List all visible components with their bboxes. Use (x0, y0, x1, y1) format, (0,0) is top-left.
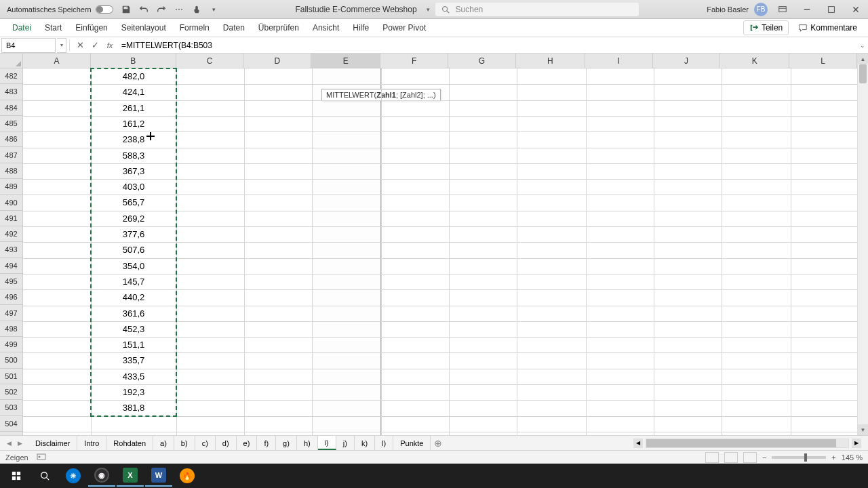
sheet-tab[interactable]: a) (153, 436, 174, 450)
expand-formula-bar-icon[interactable]: ⌄ (857, 38, 868, 53)
col-header-H[interactable]: H (516, 54, 585, 68)
start-button[interactable] (3, 465, 30, 487)
row-header[interactable]: 498 (0, 321, 22, 337)
sheet-tab[interactable]: e) (237, 436, 258, 450)
spreadsheet-grid[interactable]: ABCDEFGHIJKL 482483484485486487488489490… (0, 54, 868, 435)
tab-datei[interactable]: Datei (5, 20, 38, 36)
taskbar-word-icon[interactable]: W (145, 465, 172, 487)
share-button[interactable]: Teilen (743, 20, 789, 35)
row-header[interactable]: 495 (0, 274, 22, 289)
search-box[interactable]: Suchen (435, 3, 639, 16)
row-header[interactable]: 482 (0, 68, 22, 84)
sheet-tab[interactable]: Disclaimer (28, 436, 77, 450)
sheet-tab[interactable]: b) (174, 436, 195, 450)
hscroll-right-icon[interactable]: ▶ (852, 439, 861, 448)
view-pagebreak-icon[interactable] (743, 452, 757, 463)
cells-area[interactable]: MITTELWERT(Zahl1; [Zahl2]; ...) 482,0424… (23, 68, 857, 435)
tab-formeln[interactable]: Formeln (173, 20, 216, 36)
sheet-tab[interactable]: j) (336, 436, 355, 450)
add-sheet-button[interactable]: ⊕ (431, 438, 446, 449)
row-header[interactable]: 489 (0, 179, 22, 195)
maximize-icon[interactable] (822, 3, 841, 16)
tab-powerpivot[interactable]: Power Pivot (376, 20, 433, 36)
zoom-in-icon[interactable]: + (831, 453, 835, 462)
taskbar-weather-icon[interactable]: ☀ (60, 465, 87, 487)
row-header[interactable]: 485 (0, 116, 22, 131)
username[interactable]: Fabio Basler (707, 5, 749, 14)
tab-daten[interactable]: Daten (216, 20, 252, 36)
row-header[interactable]: 502 (0, 384, 22, 400)
col-header-I[interactable]: I (585, 54, 653, 68)
toggle-switch[interactable] (96, 5, 113, 14)
row-header[interactable]: 490 (0, 195, 22, 210)
comments-button[interactable]: Kommentare (793, 21, 863, 35)
row-header[interactable]: 499 (0, 337, 22, 352)
scroll-thumb[interactable] (859, 64, 867, 83)
tab-hilfe[interactable]: Hilfe (346, 20, 376, 36)
sheet-tab[interactable]: Rohdaten (106, 436, 153, 450)
taskbar-obs-icon[interactable]: ◉ (88, 465, 115, 487)
row-header[interactable]: 486 (0, 131, 22, 147)
col-header-B[interactable]: B (91, 54, 176, 68)
sheet-nav-prev-icon[interactable]: ◀ (4, 439, 14, 448)
tab-start[interactable]: Start (38, 20, 68, 36)
undo-icon[interactable] (138, 3, 150, 16)
sheet-tab[interactable]: Intro (77, 436, 106, 450)
docname-dropdown-icon[interactable]: ▾ (427, 6, 430, 13)
horizontal-scrollbar[interactable] (646, 439, 849, 448)
zoom-out-icon[interactable]: − (762, 453, 766, 462)
save-icon[interactable] (120, 3, 132, 16)
sheet-tab[interactable]: i) (318, 436, 336, 450)
col-header-E[interactable]: E (311, 54, 380, 68)
row-header[interactable]: 484 (0, 100, 22, 116)
row-header[interactable]: 483 (0, 84, 22, 100)
row-header[interactable]: 501 (0, 369, 22, 384)
sheet-tab[interactable]: k) (355, 436, 375, 450)
row-header[interactable]: 503 (0, 400, 22, 415)
name-box-dropdown[interactable]: ▾ (57, 38, 66, 53)
scroll-down-icon[interactable]: ▼ (858, 424, 868, 435)
sheet-tab[interactable]: c) (195, 436, 216, 450)
sheet-tab[interactable]: d) (216, 436, 237, 450)
col-header-J[interactable]: J (653, 54, 721, 68)
sheet-tab[interactable]: l) (375, 436, 393, 450)
taskbar-excel-icon[interactable]: X (117, 465, 144, 487)
view-pagelayout-icon[interactable] (724, 452, 738, 463)
row-header[interactable]: 497 (0, 305, 22, 321)
insert-function-icon[interactable]: fx (102, 38, 117, 53)
row-header[interactable]: 491 (0, 211, 22, 226)
name-box[interactable]: B4 (1, 38, 56, 53)
taskbar-firefox-icon[interactable]: 🔥 (174, 465, 201, 487)
col-header-D[interactable]: D (243, 54, 311, 68)
tab-seitenlayout[interactable]: Seitenlayout (115, 20, 173, 36)
redo-icon[interactable] (155, 3, 167, 16)
col-header-L[interactable]: L (789, 54, 857, 68)
row-header[interactable]: 492 (0, 226, 22, 242)
sheet-tab[interactable]: h) (297, 436, 318, 450)
sheet-tab[interactable]: g) (276, 436, 297, 450)
row-header[interactable]: 488 (0, 163, 22, 179)
qat-more-icon[interactable]: ⋯ (173, 3, 185, 16)
col-header-A[interactable]: A (23, 54, 91, 68)
sheet-tab[interactable]: Punkte (393, 436, 431, 450)
avatar[interactable]: FB (754, 3, 768, 16)
col-header-C[interactable]: C (176, 54, 244, 68)
sheet-nav-next-icon[interactable]: ▶ (15, 439, 24, 448)
close-icon[interactable] (846, 3, 865, 16)
col-header-F[interactable]: F (380, 54, 448, 68)
row-header[interactable]: 487 (0, 147, 22, 163)
qat-customize-icon[interactable]: ▾ (208, 3, 220, 16)
hscroll-left-icon[interactable]: ◀ (633, 439, 643, 448)
sheet-tab[interactable]: f) (257, 436, 276, 450)
vertical-scrollbar[interactable]: ▲ ▼ (857, 54, 868, 435)
tab-ueberpruefen[interactable]: Überprüfen (252, 20, 306, 36)
row-header[interactable]: 494 (0, 258, 22, 274)
zoom-slider[interactable] (772, 456, 826, 459)
document-name[interactable]: Fallstudie E-Commerce Webshop (291, 5, 420, 14)
row-header[interactable]: 500 (0, 352, 22, 368)
ribbon-display-icon[interactable] (773, 3, 792, 16)
minimize-icon[interactable] (797, 3, 816, 16)
col-header-G[interactable]: G (448, 54, 516, 68)
taskbar-search-icon[interactable] (31, 465, 58, 487)
macro-record-icon[interactable] (37, 452, 46, 463)
